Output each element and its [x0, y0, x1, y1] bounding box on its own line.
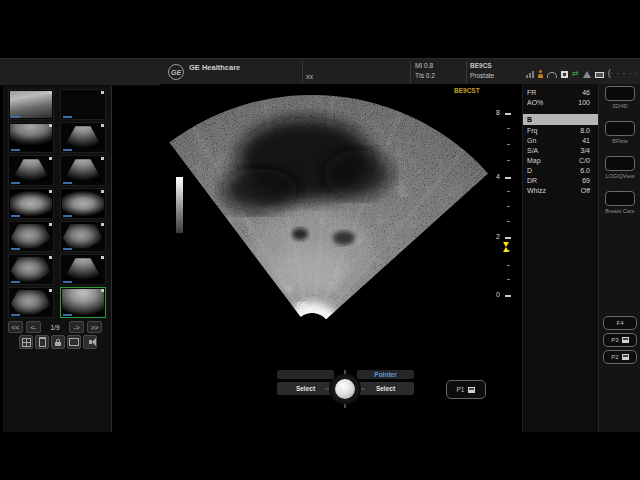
clipboard-panel: << <- 1/9 -> >> — [3, 86, 112, 432]
soft-key-button[interactable] — [605, 86, 635, 101]
minor-tick — [507, 128, 510, 129]
thumbnail-marker-icon — [101, 223, 104, 226]
thumbnail-image[interactable] — [8, 221, 54, 252]
send-icon — [89, 340, 92, 344]
minor-tick — [507, 221, 510, 222]
parameter-value: 100 — [578, 98, 590, 108]
thumbnail-tag — [11, 116, 20, 118]
grid-view-button[interactable] — [19, 335, 33, 349]
thumbnail-marker-icon — [101, 157, 104, 160]
trackball-indicator[interactable] — [331, 375, 359, 403]
thumbnail-ultrasound-preview — [10, 256, 52, 283]
delete-button[interactable] — [35, 335, 49, 349]
thumbnail-image[interactable] — [8, 155, 54, 186]
pointer-hint[interactable]: Pointer — [357, 370, 414, 379]
f4-button[interactable]: F4 — [603, 316, 637, 330]
thumbnail-ultrasound-preview — [10, 124, 52, 151]
exam-preset[interactable]: Prostate — [470, 72, 494, 79]
divider — [466, 61, 467, 83]
thumbnail-ultrasound-preview — [62, 124, 104, 151]
thumbnail-ultrasound-preview — [62, 256, 104, 283]
message-icon — [595, 72, 604, 78]
parameter-label: Frq — [527, 126, 538, 136]
thumbnail-marker-icon — [101, 190, 104, 193]
ultrasound-fan-image: GE — [160, 82, 516, 362]
parameter-label: Gn — [527, 136, 536, 146]
soft-key-button[interactable] — [605, 156, 635, 171]
fullscreen-button[interactable] — [67, 335, 81, 349]
thumbnail-marker-icon — [101, 124, 104, 127]
thumbnail-image[interactable] — [60, 287, 106, 318]
parameter-value: 6.0 — [580, 166, 590, 176]
prev-page-button[interactable]: <- — [26, 321, 41, 333]
imaging-parameters-panel: FR 46 AO% 100 B Frq 8.0 Gn 41 S/A 3/4 — [522, 84, 599, 432]
grayscale-bar — [176, 177, 183, 233]
thumbnail-image[interactable] — [60, 221, 106, 252]
trackball-ball — [335, 379, 355, 399]
p1-button[interactable]: P1 — [446, 380, 486, 399]
next-page-button[interactable]: -> — [69, 321, 84, 333]
thumbnail-image[interactable] — [60, 89, 106, 120]
parameter-row: FR 46 — [523, 88, 599, 98]
depth-label: 0 — [486, 291, 500, 298]
minor-tick — [507, 206, 510, 207]
divider — [302, 61, 303, 83]
trackball-tick — [361, 388, 365, 390]
thumbnail-ultrasound-preview — [10, 190, 52, 217]
thumbnail-image[interactable] — [8, 287, 54, 318]
thumbnail-ultrasound-preview — [10, 157, 52, 184]
trackball-top-left-hint[interactable] — [277, 370, 334, 379]
thumbnail-image[interactable] — [60, 254, 106, 285]
soft-key-button[interactable] — [605, 191, 635, 206]
thumbnail-image[interactable] — [60, 122, 106, 153]
parameter-row: Gn 41 — [523, 136, 599, 146]
overflow-menu[interactable]: · · · · · · — [604, 70, 639, 77]
mode-header: B — [523, 114, 599, 125]
probe-name[interactable]: BE9CS — [470, 62, 492, 69]
soft-key-group: BFlow — [599, 119, 640, 154]
select-right-button[interactable]: Select — [357, 382, 414, 395]
p3-button[interactable]: P3 — [603, 333, 637, 347]
send-button[interactable] — [83, 335, 97, 349]
minor-tick — [507, 279, 510, 280]
thumbnail-image[interactable] — [8, 122, 54, 153]
protect-button[interactable] — [51, 335, 65, 349]
clipboard-pager: << <- 1/9 -> >> — [8, 321, 102, 333]
printer-icon — [468, 387, 475, 393]
last-page-button[interactable]: >> — [87, 321, 102, 333]
parameter-row: D 6.0 — [523, 166, 599, 176]
minor-tick — [507, 191, 510, 192]
thumbnail-tag — [63, 281, 72, 283]
soft-key-group: Breast Care — [599, 189, 640, 224]
divider — [410, 61, 411, 83]
user-icon — [538, 70, 543, 78]
first-page-button[interactable]: << — [8, 321, 23, 333]
capture-icon — [622, 337, 629, 343]
thumbnail-image[interactable] — [8, 89, 54, 120]
patient-id[interactable]: xx — [306, 73, 313, 80]
thumbnail-image[interactable] — [60, 155, 106, 186]
thumbnail-image[interactable] — [60, 188, 106, 219]
depth-label: 8 — [486, 109, 500, 116]
thumbnail-image[interactable] — [8, 254, 54, 285]
parameter-label: DR — [527, 176, 537, 186]
thumbnail-grid — [8, 89, 106, 318]
thumbnail-ultrasound-preview — [62, 223, 104, 250]
parameter-label: FR — [527, 88, 536, 98]
parameter-row: DR 69 — [523, 176, 599, 186]
ge-logo-icon: GE — [168, 64, 184, 80]
parameter-value: 46 — [582, 88, 590, 98]
thumbnail-image[interactable] — [8, 188, 54, 219]
focus-marker-icon[interactable] — [503, 242, 510, 252]
acoustic-output-rows: FR 46 AO% 100 — [523, 88, 599, 108]
alert-icon — [583, 71, 591, 78]
soft-key-label: LOGIQView — [605, 173, 634, 179]
depth-label: 2 — [486, 233, 500, 240]
soft-key-button[interactable] — [605, 121, 635, 136]
lock-icon — [55, 342, 61, 346]
page-indicator: 1/9 — [44, 324, 66, 331]
minor-tick — [507, 160, 510, 161]
p2-button[interactable]: P2 — [603, 350, 637, 364]
parameter-value: 3/4 — [580, 146, 590, 156]
p3-label: P3 — [611, 337, 618, 343]
